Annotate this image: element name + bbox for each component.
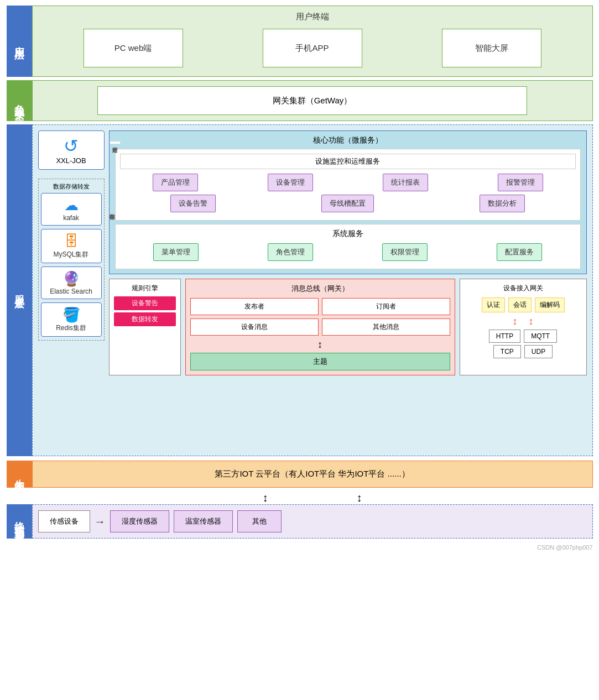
service-content: ↺ XXL-JOB 定时任务 数据存储转发 ☁ (32, 124, 593, 456)
core-section: 核心功能（微服务） 设施监控和运维服务 产品管理 设备管理 统计报表 报警管理 … (109, 130, 587, 274)
gw-session: 会话 (508, 297, 532, 312)
stats-report: 统计报表 (383, 174, 428, 191)
sys-row: 菜单管理 角色管理 权限管理 配置服务 (121, 243, 575, 261)
product-mgmt: 产品管理 (153, 174, 198, 191)
core-title: 核心功能（微服务） (115, 135, 581, 145)
terminal-arrow-1: → (95, 515, 106, 528)
device-gateway-title: 设备接入网关 (465, 284, 582, 293)
subscriber: 订阅者 (322, 298, 450, 315)
ecology-terminal-arrows: ↕ ↕ (32, 491, 593, 504)
humidity-sensor: 湿度传感器 (110, 510, 169, 532)
rule-engine: 规则引擎 设备警告 数据转发 (109, 279, 181, 375)
app-layer-row: 应用层 用户终端 PC web端 手机APP 智能大屏 (7, 6, 593, 77)
service-right-panel: 核心功能（微服务） 设施监控和运维服务 产品管理 设备管理 统计报表 报警管理 … (109, 130, 587, 450)
architecture-diagram: 应用层 用户终端 PC web端 手机APP 智能大屏 负载安全 网关 (7, 6, 593, 551)
core-row2: 设备告警 母线槽配置 数据分析 (120, 195, 576, 212)
config-service: 配置服务 (497, 243, 542, 261)
terminal-label: 终端感知层设备 (7, 504, 32, 539)
proto-mqtt: MQTT (524, 330, 557, 343)
kafka-icon: ☁ (64, 197, 79, 214)
device-message: 设备消息 (190, 318, 319, 336)
system-services: 系统服务 菜单管理 角色管理 权限管理 配置服务 (115, 224, 581, 269)
proto-http: HTTP (489, 330, 520, 343)
sync-icon: ↺ (64, 135, 79, 156)
mysql-component: 🗄 MySQL集群 (41, 229, 102, 263)
redis-icon: 🪣 (62, 306, 80, 323)
permission-mgmt: 权限管理 (382, 243, 428, 261)
app-boxes: PC web端 手机APP 智能大屏 (44, 29, 581, 67)
mobile-app-box: 手机APP (263, 29, 362, 67)
proto-udp: UDP (524, 345, 553, 358)
data-store-section: 数据存储转发 ☁ kafak 数据存储 🗄 MySQL集 (38, 179, 105, 341)
other-message: 其他消息 (322, 318, 450, 336)
redis-component: 🪣 Redis集群 (41, 302, 102, 337)
user-terminal-title: 用户终端 (44, 12, 581, 22)
arrow-down-1: ↕ (263, 492, 268, 504)
monitoring-title: 设施监控和运维服务 (120, 154, 576, 169)
data-forward-btn: 数据转发 (114, 312, 176, 326)
gw-codec: 编解码 (535, 297, 565, 312)
message-grid: 发布者 订阅者 设备消息 其他消息 (190, 298, 450, 336)
app-content: 用户终端 PC web端 手机APP 智能大屏 (32, 6, 593, 77)
proto-tcp: TCP (493, 345, 521, 358)
ecology-label: 生态圈 (7, 461, 32, 488)
gw-arrows1: ↕ ↕ (465, 316, 582, 327)
busbar-config: 母线槽配置 (321, 195, 374, 212)
xxljob-wrapper: ↺ XXL-JOB 定时任务 (38, 130, 105, 170)
device-alarm: 设备告警 (170, 195, 216, 212)
security-layer-label: 负载安全 (7, 80, 32, 121)
security-layer-row: 负载安全 网关集群（GetWay） (7, 80, 593, 121)
device-mgmt: 设备管理 (268, 174, 313, 191)
message-bus-title: 消息总线（网关） (190, 284, 450, 294)
menu-mgmt: 菜单管理 (153, 243, 199, 261)
device-warning-btn: 设备警告 (114, 296, 176, 310)
gw-protocol-row2: TCP UDP (465, 345, 582, 358)
gw-auth: 认证 (482, 297, 505, 312)
terminal-content: 传感设备 → 湿度传感器 温室传感器 其他 (32, 504, 593, 539)
arrow-down-2: ↕ (357, 492, 362, 504)
app-layer-label: 应用层 (7, 6, 32, 77)
alarm-mgmt: 报警管理 (498, 174, 543, 191)
scheduled-label: 定时任务 (110, 142, 120, 144)
xxljob-box: ↺ XXL-JOB (38, 130, 105, 170)
kafka-component: ☁ kafak (41, 193, 102, 226)
watermark: CSDN @007php007 (7, 542, 593, 551)
rule-engine-title: 规则引擎 (114, 284, 176, 293)
pc-web-box: PC web端 (84, 29, 183, 67)
service-layer-label: 服务层 (7, 124, 32, 456)
smart-screen-box: 智能大屏 (442, 29, 541, 67)
message-bus: 消息总线（网关） 发布者 订阅者 设备消息 其他消息 ↕ 主题 (185, 279, 455, 375)
security-content: 网关集群（GetWay） (32, 80, 593, 121)
device-gateway: 设备接入网关 认证 会话 编解码 ↕ ↕ HTTP (460, 279, 587, 375)
elastic-icon: 🔮 (62, 270, 80, 288)
elastic-search-component: 🔮 Elastic Search (41, 267, 102, 299)
gw-protocol-row1: HTTP MQTT (465, 330, 582, 343)
service-layer-row: 服务层 ↺ XXL-JOB 定时任务 (7, 124, 593, 456)
ecology-layer-row: 生态圈 第三方IOT 云平台（有人IOT平台 华为IOT平台 ......） (7, 461, 593, 488)
data-analysis: 数据分析 (480, 195, 525, 212)
core-row1: 产品管理 设备管理 统计报表 报警管理 (120, 174, 576, 191)
topic-arrows-up: ↕ (190, 339, 450, 351)
monitoring-section: 设施监控和运维服务 产品管理 设备管理 统计报表 报警管理 设备告警 母线槽配置… (115, 149, 581, 221)
terminal-layer-row: 终端感知层设备 传感设备 → 湿度传感器 温室传感器 其他 (7, 504, 593, 539)
service-left-panel: ↺ XXL-JOB 定时任务 数据存储转发 ☁ (38, 130, 105, 450)
service-main: ↺ XXL-JOB 定时任务 数据存储转发 ☁ (38, 130, 587, 450)
ecology-content: 第三方IOT 云平台（有人IOT平台 华为IOT平台 ......） (32, 461, 593, 488)
sensor-device: 传感设备 (38, 510, 90, 532)
topic-box: 主题 (190, 353, 450, 370)
data-store-title: 数据存储转发 (41, 182, 102, 191)
gateway-box: 网关集群（GetWay） (97, 86, 528, 115)
publisher: 发布者 (190, 298, 319, 315)
gw-top-items: 认证 会话 编解码 (465, 297, 582, 312)
mysql-icon: 🗄 (64, 233, 79, 250)
bottom-service-row: 规则引擎 设备警告 数据转发 消息总线（网关） (109, 279, 587, 375)
role-mgmt: 角色管理 (268, 243, 313, 261)
kafka-wrapper: ☁ kafak 数据存储 (41, 193, 102, 226)
sys-title: 系统服务 (121, 229, 575, 239)
other-sensor: 其他 (237, 510, 282, 532)
temp-sensor: 温室传感器 (174, 510, 233, 532)
